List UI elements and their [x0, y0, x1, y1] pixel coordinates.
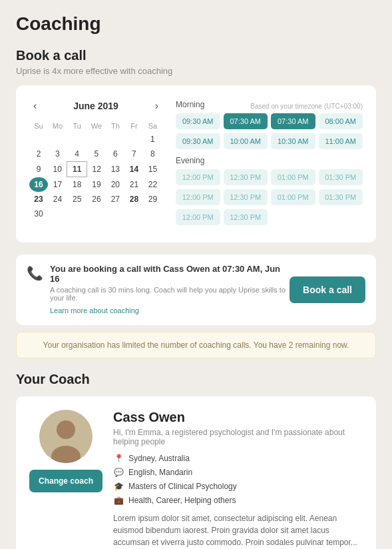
calendar-day[interactable]: 10	[48, 162, 67, 177]
time-slot-button[interactable]: 12:00 PM	[176, 209, 220, 225]
calendar-day[interactable]: 27	[106, 192, 124, 207]
language-icon: 💬	[113, 467, 124, 478]
time-slot-button[interactable]: 10:30 AM	[271, 133, 315, 149]
calendar-day	[87, 207, 106, 221]
calendar-day[interactable]: 28	[124, 192, 143, 207]
time-slot-button[interactable]: 01:30 PM	[319, 169, 363, 185]
coach-card: Change coach Cass Owen Hi, I'm Emma, a r…	[16, 396, 376, 549]
next-month-button[interactable]: ›	[151, 99, 162, 113]
calendar-day[interactable]: 11	[67, 162, 87, 177]
calendar-day[interactable]: 26	[87, 192, 106, 207]
calendar-day	[67, 132, 87, 147]
calendar-day[interactable]: 4	[67, 147, 87, 162]
calendar-day	[106, 207, 124, 221]
calendar-day[interactable]: 24	[48, 192, 67, 207]
calendar-day[interactable]: 16	[29, 177, 48, 193]
page-title: Coaching	[16, 13, 376, 35]
calendar-day[interactable]: 14	[124, 162, 143, 177]
calendar-day-header: Sa	[143, 120, 162, 132]
time-slot-row: 12:00 PM12:30 PM	[176, 209, 363, 225]
time-slot-button[interactable]: 12:00 PM	[176, 189, 220, 205]
change-coach-button[interactable]: Change coach	[29, 470, 102, 492]
coach-details: 📍 Sydney, Australia 💬 English, Mandarin …	[113, 453, 363, 506]
calendar-day[interactable]: 9	[29, 162, 48, 177]
coach-avatar	[39, 410, 93, 463]
time-slot-row: 09:30 AM07:30 AM07:30 AM08:00 AM	[176, 113, 363, 129]
calendar-grid: SuMoTuWeThFrSa 1234567891011121314151617…	[29, 120, 162, 221]
time-slot-button[interactable]: 01:00 PM	[271, 169, 315, 185]
calendar-month: June 2019	[73, 101, 118, 111]
coach-section-title: Your Coach	[16, 372, 376, 387]
calendar-day[interactable]: 3	[48, 147, 67, 162]
time-slot-row: 12:00 PM12:30 PM01:00 PM01:30 PM	[176, 189, 363, 205]
education-icon: 🎓	[113, 481, 124, 492]
calendar-day	[29, 132, 48, 147]
specialty-icon: 💼	[113, 495, 124, 506]
coach-specialties: 💼 Health, Career, Helping others	[113, 495, 363, 506]
phone-icon: 📞	[27, 265, 43, 281]
time-slot-button[interactable]: 01:30 PM	[319, 189, 363, 205]
prev-month-button[interactable]: ‹	[29, 99, 41, 113]
calendar-day[interactable]: 23	[29, 192, 48, 207]
time-slot-row: 12:00 PM12:30 PM01:00 PM01:30 PM	[176, 169, 363, 185]
calendar-day[interactable]: 17	[48, 177, 67, 193]
time-slot-button[interactable]: 12:00 PM	[176, 169, 220, 185]
calendar-day[interactable]: 21	[124, 177, 143, 193]
calendar-day[interactable]: 7	[124, 147, 143, 162]
svg-point-1	[57, 420, 75, 439]
book-call-button[interactable]: Book a call	[290, 276, 365, 303]
calendar-day[interactable]: 6	[106, 147, 124, 162]
calendar-day[interactable]: 30	[29, 207, 48, 221]
coach-info: Cass Owen Hi, I'm Emma, a registered psy…	[113, 410, 363, 549]
calendar-day[interactable]: 5	[87, 147, 106, 162]
time-slot-button[interactable]: 01:00 PM	[271, 189, 315, 205]
time-slot-button[interactable]: 12:30 PM	[224, 209, 268, 225]
booking-subtitle: A coaching call is 30 mins long. Coach w…	[50, 286, 290, 302]
evening-label: Evening	[176, 156, 363, 165]
coach-location: 📍 Sydney, Australia	[113, 453, 363, 464]
time-slot-button[interactable]: 10:00 AM	[224, 133, 268, 149]
coach-left-panel: Change coach	[29, 410, 102, 492]
calendar-day[interactable]: 20	[106, 177, 124, 193]
book-section-title: Book a call	[16, 48, 376, 63]
time-slot-button	[271, 209, 315, 225]
calendar-day[interactable]: 1	[143, 132, 162, 147]
booking-card: ‹ June 2019 › SuMoTuWeThFrSa 12345678910…	[16, 85, 376, 243]
calendar-day[interactable]: 22	[143, 177, 162, 193]
time-slot-button[interactable]: 07:30 AM	[224, 113, 268, 129]
calendar-day	[124, 207, 143, 221]
calendar-day	[48, 132, 67, 147]
calendar-day-header: We	[87, 120, 106, 132]
calendar-day-header: Th	[106, 120, 124, 132]
book-section-subtitle: Uprise is 4x more effective with coachin…	[16, 66, 376, 76]
calendar-day[interactable]: 2	[29, 147, 48, 162]
time-slot-button[interactable]: 08:00 AM	[319, 113, 363, 129]
learn-more-link[interactable]: Learn more about coaching	[50, 306, 139, 314]
time-slot-button[interactable]: 12:30 PM	[224, 169, 268, 185]
time-slot-button[interactable]: 12:30 PM	[224, 189, 268, 205]
time-slot-button[interactable]: 09:30 AM	[176, 133, 220, 149]
notice-bar: Your organisation has limited the number…	[16, 332, 376, 358]
calendar-day	[106, 132, 124, 147]
calendar-day-header: Fr	[124, 120, 143, 132]
coach-name: Cass Owen	[113, 410, 363, 425]
calendar-day[interactable]: 18	[67, 177, 87, 193]
calendar-day[interactable]: 13	[106, 162, 124, 177]
calendar-day	[143, 207, 162, 221]
calendar-day[interactable]: 19	[87, 177, 106, 193]
calendar-day-header: Su	[29, 120, 48, 132]
coach-languages: 💬 English, Mandarin	[113, 467, 363, 478]
calendar-day[interactable]: 12	[87, 162, 106, 177]
time-slot-button[interactable]: 07:30 AM	[271, 113, 315, 129]
time-slot-button[interactable]: 09:30 AM	[176, 113, 220, 129]
calendar-day[interactable]: 15	[143, 162, 162, 177]
evening-slots: 12:00 PM12:30 PM01:00 PM01:30 PM12:00 PM…	[176, 169, 363, 225]
calendar-day[interactable]: 29	[143, 192, 162, 207]
time-slot-button[interactable]: 11:00 AM	[319, 133, 363, 149]
calendar: ‹ June 2019 › SuMoTuWeThFrSa 12345678910…	[29, 99, 162, 229]
time-slot-button	[319, 209, 363, 225]
calendar-day[interactable]: 25	[67, 192, 87, 207]
calendar-day[interactable]: 8	[143, 147, 162, 162]
coach-education: 🎓 Masters of Clinical Psychology	[113, 481, 363, 492]
booking-info-bar: 📞 You are booking a call with Cass Owen …	[16, 255, 376, 325]
